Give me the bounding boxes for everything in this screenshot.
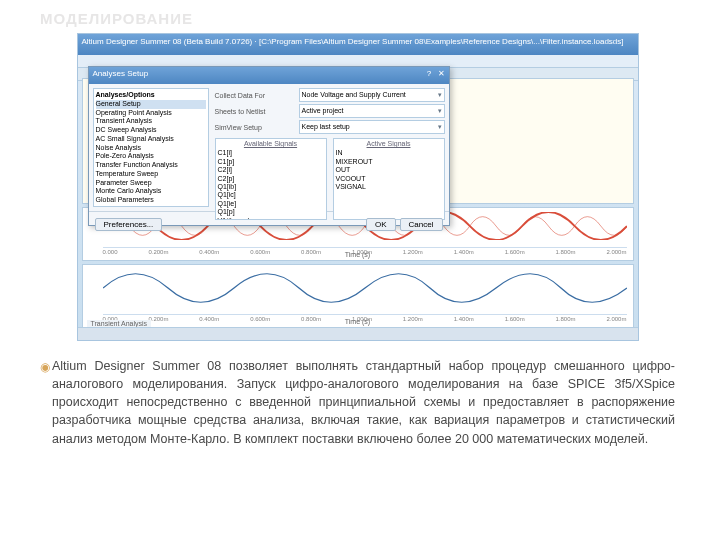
- list-item[interactable]: Pole-Zero Analysis: [96, 152, 206, 161]
- list-item[interactable]: AC Small Signal Analysis: [96, 135, 206, 144]
- app-tabstrip: [78, 327, 638, 340]
- preferences-button[interactable]: Preferences...: [95, 218, 163, 231]
- list-item[interactable]: Monte Carlo Analysis: [96, 187, 206, 196]
- available-signals-list[interactable]: Available Signals C1[i]C1[p] C2[i]C2[p] …: [215, 138, 327, 220]
- bullet-icon: ◉: [40, 357, 52, 448]
- wave2-ticks: 0.0000.200m0.400m0.600m0.800m1.000m1.200…: [103, 314, 627, 315]
- field-label: Sheets to Netlist: [215, 108, 295, 115]
- window-titlebar: Altium Designer Summer 08 (Beta Build 7.…: [78, 34, 638, 55]
- analysis-list[interactable]: Analyses/Options General Setup Operating…: [93, 88, 209, 207]
- waveform-panel-2: 0.0000.200m0.400m0.600m0.800m1.000m1.200…: [82, 264, 634, 328]
- list-item[interactable]: Advanced Options: [96, 205, 206, 207]
- wave2-xlabel: Time (s): [345, 318, 370, 325]
- wave-tab: Transient Analysis: [87, 320, 152, 327]
- app-screenshot: Altium Designer Summer 08 (Beta Build 7.…: [77, 33, 639, 341]
- collect-data-select[interactable]: Node Voltage and Supply Current: [299, 88, 445, 102]
- body-content: ◉ Altium Designer Summer 08 позволяет вы…: [40, 357, 675, 448]
- list-item[interactable]: Global Parameters: [96, 196, 206, 205]
- list-item[interactable]: Transfer Function Analysis: [96, 161, 206, 170]
- wave1-xlabel: Time (s): [345, 251, 370, 258]
- cancel-button[interactable]: Cancel: [400, 218, 443, 231]
- list-item[interactable]: Operating Point Analysis: [96, 109, 206, 118]
- analyses-setup-dialog: Analyses Setup ? ✕ Analyses/Options Gene…: [88, 66, 450, 226]
- dialog-title: Analyses Setup: [93, 69, 149, 84]
- body-paragraph: Altium Designer Summer 08 позволяет выпо…: [52, 357, 675, 448]
- list-item[interactable]: DC Sweep Analysis: [96, 126, 206, 135]
- field-label: SimView Setup: [215, 124, 295, 131]
- simview-select[interactable]: Keep last setup: [299, 120, 445, 134]
- list-item[interactable]: Analyses/Options: [96, 91, 206, 100]
- list-item[interactable]: Noise Analysis: [96, 144, 206, 153]
- list-item[interactable]: Parameter Sweep: [96, 179, 206, 188]
- help-icon[interactable]: ?: [427, 69, 431, 78]
- close-icon[interactable]: ✕: [438, 69, 445, 78]
- list-item[interactable]: Temperature Sweep: [96, 170, 206, 179]
- wave1-ticks: 0.0000.200m0.400m0.600m0.800m1.000m1.200…: [103, 247, 627, 248]
- list-item[interactable]: Transient Analysis: [96, 117, 206, 126]
- slide-title: МОДЕЛИРОВАНИЕ: [40, 10, 675, 27]
- list-item[interactable]: General Setup: [96, 100, 206, 109]
- field-label: Collect Data For: [215, 92, 295, 99]
- active-signals-list[interactable]: Active Signals INMIXEROUT OUTVCOOUT VSIG…: [333, 138, 445, 220]
- sheets-select[interactable]: Active project: [299, 104, 445, 118]
- ok-button[interactable]: OK: [366, 218, 396, 231]
- dialog-titlebar: Analyses Setup ? ✕: [89, 67, 449, 84]
